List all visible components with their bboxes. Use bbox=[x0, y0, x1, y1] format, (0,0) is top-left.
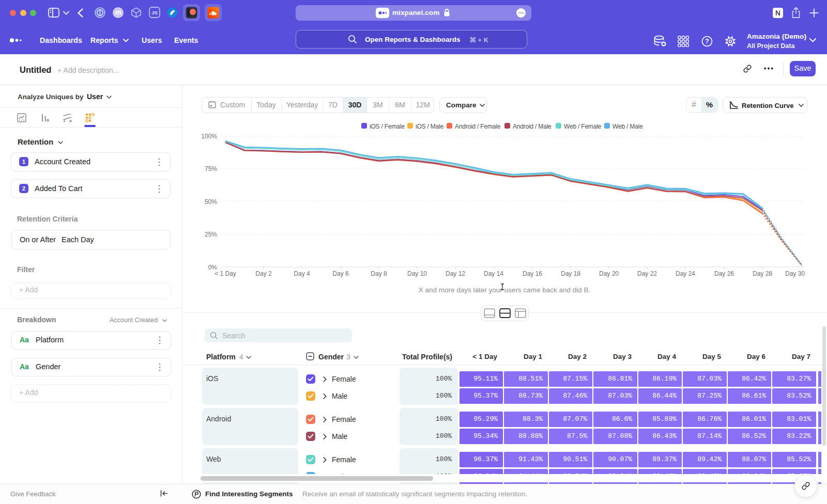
svg-text:100%: 100% bbox=[201, 133, 217, 140]
svg-text:Day 22: Day 22 bbox=[637, 270, 657, 277]
svg-text:Day 16: Day 16 bbox=[523, 270, 542, 277]
svg-text:Day 12: Day 12 bbox=[446, 270, 465, 277]
svg-text:Day 20: Day 20 bbox=[599, 270, 619, 277]
svg-text:50%: 50% bbox=[205, 198, 217, 206]
svg-text:75%: 75% bbox=[205, 165, 217, 172]
svg-text:Day 28: Day 28 bbox=[753, 270, 772, 277]
svg-text:25%: 25% bbox=[205, 231, 217, 238]
svg-text:Day 26: Day 26 bbox=[714, 270, 734, 277]
svg-text:Day 18: Day 18 bbox=[561, 270, 580, 277]
svg-text:Day 10: Day 10 bbox=[407, 270, 427, 277]
svg-text:< 1 Day: < 1 Day bbox=[215, 270, 236, 277]
svg-text:Day 4: Day 4 bbox=[294, 270, 310, 277]
svg-text:Day 14: Day 14 bbox=[484, 270, 503, 277]
svg-text:Day 6: Day 6 bbox=[332, 270, 349, 277]
svg-text:Day 8: Day 8 bbox=[371, 270, 387, 277]
svg-text:Day 24: Day 24 bbox=[676, 270, 695, 277]
svg-text:Day 2: Day 2 bbox=[255, 270, 272, 277]
svg-text:Day 30: Day 30 bbox=[785, 270, 805, 277]
